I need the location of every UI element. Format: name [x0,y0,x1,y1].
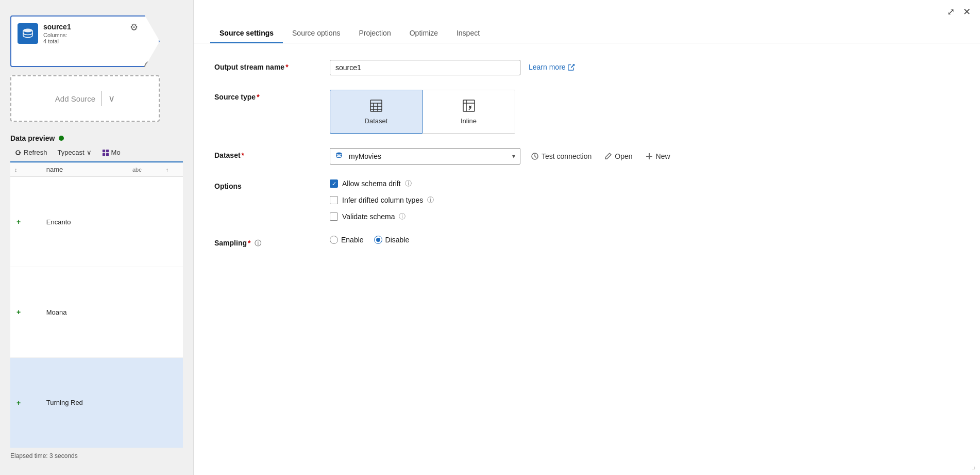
data-preview-toolbar: Refresh Typecast ∨ Mo [10,146,183,162]
more-button[interactable]: Mo [98,146,125,158]
info-icon[interactable]: ⓘ [399,212,405,221]
source-type-controls: Dataset Inline [330,90,959,134]
database-small-icon [335,152,343,161]
info-icon[interactable]: ⓘ [427,195,434,205]
learn-more-link[interactable]: Learn more [529,63,575,71]
source-node-icon [18,23,38,44]
test-connection-icon [531,152,539,160]
add-source-label: Add Source [55,94,95,103]
right-panel-topbar: ⤢ ✕ [194,0,980,24]
sampling-row: Sampling* ⓘ Enable Disable [214,236,959,248]
sampling-controls: Enable Disable [330,236,959,244]
add-source-card[interactable]: Add Source ∨ [10,75,160,122]
tab-source-settings[interactable]: Source settings [210,24,283,43]
edit-icon [604,152,612,160]
status-dot [59,136,64,141]
enable-radio[interactable] [330,236,338,244]
svg-rect-1 [102,149,105,152]
chevron-down-icon: ∨ [87,149,92,156]
allow-schema-drift-checkbox[interactable] [330,179,338,188]
output-stream-controls: Learn more [330,60,959,75]
table-row[interactable]: + Moana [10,267,183,357]
svg-rect-3 [102,153,105,155]
dataset-controls: myMovies ▾ Test connection [330,148,959,165]
add-row-icon[interactable]: + [14,308,23,316]
divider [102,91,102,106]
chevron-down-icon: ∨ [108,93,115,104]
sampling-group: Enable Disable [330,236,959,244]
option-validate-schema: Validate schema ⓘ [330,212,959,221]
gear-icon[interactable]: ⚙ [130,22,138,33]
data-preview-table: ↕ name abc ↑ + Encanto + Moana [10,162,183,448]
dataset-label: Dataset* [214,148,317,159]
sampling-info-icon[interactable]: ⓘ [255,239,261,247]
source-type-inline-button[interactable]: Inline [423,90,515,134]
resize-handle[interactable]: ⌟ [972,461,976,471]
source-type-dataset-button[interactable]: Dataset [330,90,423,134]
name-header[interactable]: name [42,162,128,177]
sampling-label: Sampling* ⓘ [214,236,317,248]
tab-projection[interactable]: Projection [349,24,400,43]
open-button[interactable]: Open [602,150,634,162]
sampling-enable-option[interactable]: Enable [330,236,364,244]
elapsed-time: Elapsed time: 3 seconds [10,452,183,460]
svg-rect-2 [106,149,108,152]
validate-schema-checkbox[interactable] [330,212,338,221]
add-row-icon[interactable]: + [14,218,23,226]
sort-header[interactable]: ↕ [10,162,42,177]
source-type-group: Dataset Inline [330,90,959,134]
option-infer-drifted: Infer drifted column types ⓘ [330,195,959,205]
svg-point-0 [23,29,32,32]
expand-icon[interactable]: ⤢ [946,5,956,19]
table-icon [369,99,383,113]
dataset-select[interactable]: myMovies [330,148,520,165]
form-content: Output stream name* Learn more [194,43,980,475]
option-allow-schema-drift: Allow schema drift ⓘ [330,179,959,188]
left-panel: source1 Columns: 4 total ⚙ + Add Source … [0,0,193,475]
data-preview-title: Data preview [10,134,55,142]
cell-name: Moana [42,267,128,357]
close-icon[interactable]: ✕ [962,5,972,19]
sort-asc-header[interactable]: ↑ [162,162,183,177]
type-header: abc [128,162,162,177]
tab-source-options[interactable]: Source options [283,24,349,43]
disable-radio[interactable] [374,236,382,244]
sampling-disable-option[interactable]: Disable [374,236,410,244]
source-node[interactable]: source1 Columns: 4 total ⚙ + [10,15,160,67]
dataset-actions: Test connection Open [529,150,672,162]
options-group: Allow schema drift ⓘ Infer drifted colum… [330,179,959,221]
database-icon [22,27,34,40]
options-label: Options [214,179,317,190]
source-node-meta: Columns: 4 total [43,32,134,44]
tab-inspect[interactable]: Inspect [447,24,489,43]
info-icon[interactable]: ⓘ [405,179,412,188]
table-row[interactable]: + Turning Red [10,357,183,448]
tab-optimize[interactable]: Optimize [400,24,447,43]
data-preview-header: Data preview [10,134,183,142]
new-button[interactable]: New [643,150,672,162]
options-controls: Allow schema drift ⓘ Infer drifted colum… [330,179,959,221]
right-panel: ⤢ ✕ Source settings Source options Proje… [193,0,980,475]
source-node-title: source1 [43,23,134,31]
dataset-select-wrapper: myMovies ▾ [330,148,520,165]
data-preview-section: Data preview Refresh Typecast ∨ [10,134,183,460]
grid-icon [102,149,109,156]
cell-name: Encanto [42,177,128,267]
output-stream-label: Output stream name* [214,60,317,71]
refresh-button[interactable]: Refresh [10,146,52,158]
add-row-icon[interactable]: + [14,399,23,407]
table-row[interactable]: + Encanto [10,177,183,267]
plus-icon [645,152,653,160]
add-connection-button[interactable]: + [144,61,157,73]
svg-point-15 [336,153,342,155]
refresh-icon [14,149,22,156]
source-type-label: Source type* [214,90,317,101]
cell-name: Turning Red [42,357,128,448]
output-stream-input[interactable] [330,60,520,75]
infer-drifted-checkbox[interactable] [330,196,338,204]
test-connection-button[interactable]: Test connection [529,150,594,162]
dataset-row: Dataset* myMovies [214,148,959,165]
typecast-button[interactable]: Typecast ∨ [54,146,96,158]
tabs-row: Source settings Source options Projectio… [194,24,980,43]
source-type-row: Source type* Dataset [214,90,959,134]
